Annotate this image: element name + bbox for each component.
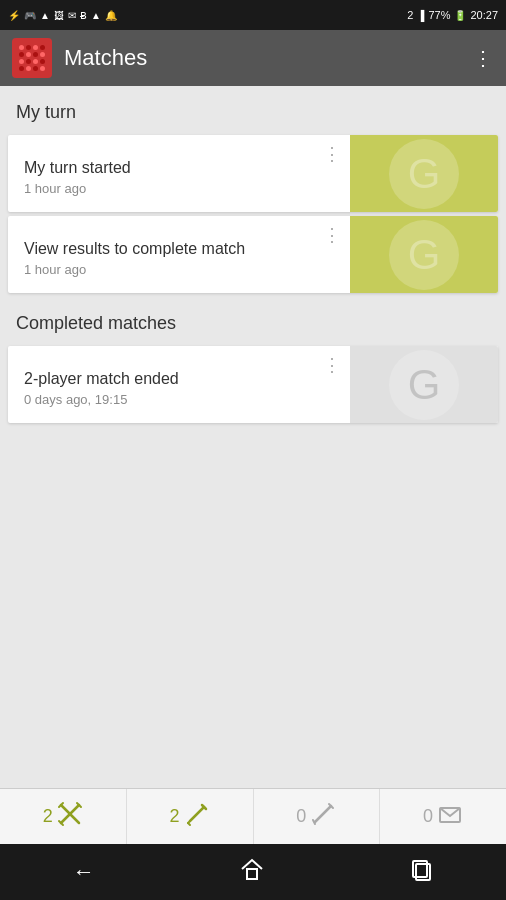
inactive1-count: 0 [296,806,306,827]
dot-14 [26,66,31,71]
dot-1 [19,45,24,50]
svg-rect-13 [247,869,257,879]
svg-line-5 [190,807,204,821]
match-card-2[interactable]: ⋮ View results to complete match 1 hour … [8,216,498,293]
card-1-avatar: G [350,135,498,212]
card-3-avatar-letter: G [408,361,441,409]
dot-5 [19,52,24,57]
signal-text: 2 [407,9,413,21]
recents-button[interactable] [409,857,433,887]
status-bar: ⚡ 🎮 ▲ 🖼 ✉ Ƀ ▲ 🔔 2 ▐ 77% 🔋 20:27 [0,0,506,30]
section-header-my-turn: My turn [0,86,506,131]
inactive2-count: 0 [423,806,433,827]
card-3-avatar-circle: G [389,350,459,420]
svg-line-9 [315,806,331,822]
svg-line-7 [188,823,190,825]
nav-item-battles[interactable]: 2 [0,789,127,844]
card-1-content: ⋮ My turn started 1 hour ago [8,135,350,212]
my-turn-count: 2 [170,806,180,827]
overflow-menu-button[interactable]: ⋮ [473,46,494,70]
signal-bars: ▐ [417,10,424,21]
card-2-content: ⋮ View results to complete match 1 hour … [8,216,350,293]
card-1-time: 1 hour ago [24,181,334,196]
card-1-title: My turn started [24,159,334,177]
nav-item-my-turn[interactable]: 2 [127,789,254,844]
dot-3 [33,45,38,50]
app-title: Matches [64,45,461,71]
app-logo [12,38,52,78]
bottom-nav: 2 2 0 [0,788,506,844]
dot-15 [33,66,38,71]
image-icon: 🖼 [54,10,64,21]
bluetooth-icon: Ƀ [80,10,87,21]
battery-text: 77% [428,9,450,21]
card-3-more-button[interactable]: ⋮ [323,354,342,376]
logo-dots-grid [19,45,46,72]
time-display: 20:27 [470,9,498,21]
nav-item-inactive2[interactable]: 0 [380,789,506,844]
card-3-title: 2-player match ended [24,370,334,388]
dagger-icon [310,801,336,833]
envelope-icon [437,801,463,833]
dot-2 [26,45,31,50]
card-1-avatar-letter: G [408,150,441,198]
usb-icon: ⚡ [8,10,20,21]
swords-crossed-icon [57,801,83,833]
dot-16 [40,66,45,71]
dot-8 [40,52,45,57]
dot-13 [19,66,24,71]
status-right-icons: 2 ▐ 77% 🔋 20:27 [407,9,498,21]
pencil-icon [184,801,210,833]
card-1-more-button[interactable]: ⋮ [323,143,342,165]
battery-icon: 🔋 [454,10,466,21]
match-card-1[interactable]: ⋮ My turn started 1 hour ago G [8,135,498,212]
card-2-more-button[interactable]: ⋮ [323,224,342,246]
card-3-time: 0 days ago, 19:15 [24,392,334,407]
card-2-avatar-circle: G [389,220,459,290]
dot-11 [33,59,38,64]
dot-4 [40,45,45,50]
gamepad-icon: 🎮 [24,10,36,21]
dot-12 [40,59,45,64]
dot-6 [26,52,31,57]
card-2-avatar-letter: G [408,231,441,279]
back-button[interactable]: ← [73,859,95,885]
nav-item-inactive1[interactable]: 0 [254,789,381,844]
match-card-3[interactable]: ⋮ 2-player match ended 0 days ago, 19:15… [8,346,498,423]
card-3-avatar: G [350,346,498,423]
section-header-completed: Completed matches [0,297,506,342]
card-2-title: View results to complete match [24,240,334,258]
home-button[interactable] [240,857,264,887]
status-left-icons: ⚡ 🎮 ▲ 🖼 ✉ Ƀ ▲ 🔔 [8,10,117,21]
dot-7 [33,52,38,57]
cloud-icon: ▲ [40,10,50,21]
card-1-avatar-circle: G [389,139,459,209]
app-bar: Matches ⋮ [0,30,506,86]
card-2-avatar: G [350,216,498,293]
card-2-time: 1 hour ago [24,262,334,277]
battles-count: 2 [43,806,53,827]
system-nav-bar: ← [0,844,506,900]
card-3-content: ⋮ 2-player match ended 0 days ago, 19:15 [8,346,350,423]
wifi-icon: ▲ [91,10,101,21]
notif-icon: 🔔 [105,10,117,21]
dot-9 [19,59,24,64]
email-icon: ✉ [68,10,76,21]
dot-10 [26,59,31,64]
main-content: My turn ⋮ My turn started 1 hour ago G ⋮… [0,86,506,788]
